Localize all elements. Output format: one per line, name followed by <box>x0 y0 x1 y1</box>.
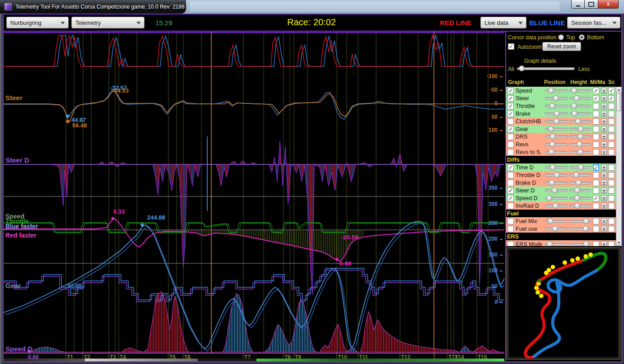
height-slider[interactable] <box>569 87 591 94</box>
scale-checkbox[interactable] <box>608 141 615 148</box>
position-slider[interactable] <box>545 195 568 201</box>
slider-thumb[interactable] <box>554 172 560 178</box>
slider-thumb[interactable] <box>554 111 560 117</box>
graph-enable-checkbox[interactable]: ✓ <box>508 95 514 102</box>
graph-enable-checkbox[interactable] <box>508 226 514 232</box>
minmax-checkbox[interactable] <box>593 172 599 178</box>
height-slider[interactable] <box>569 225 591 232</box>
graph-enable-checkbox[interactable]: ✓ <box>508 164 514 171</box>
plusminus-button[interactable]: ± <box>601 187 607 194</box>
minmax-checkbox[interactable] <box>593 203 599 209</box>
position-slider[interactable] <box>545 110 568 117</box>
scale-checkbox[interactable] <box>608 134 615 140</box>
height-slider[interactable] <box>569 95 591 102</box>
slider-thumb[interactable] <box>578 126 584 132</box>
position-slider[interactable] <box>545 149 568 155</box>
slider-thumb[interactable] <box>549 180 555 186</box>
slider-thumb[interactable] <box>577 134 583 140</box>
plusminus-button[interactable]: ± <box>601 103 607 109</box>
plusminus-button[interactable]: ± <box>601 134 607 140</box>
slider-thumb[interactable] <box>572 111 577 117</box>
slider-thumb[interactable] <box>583 218 589 224</box>
graph-enable-checkbox[interactable] <box>508 203 514 209</box>
plusminus-button[interactable]: ± <box>601 118 607 125</box>
scale-checkbox[interactable] <box>608 195 615 201</box>
slider-thumb[interactable] <box>550 134 556 140</box>
plusminus-button[interactable]: ± <box>601 149 607 155</box>
minmax-checkbox[interactable] <box>593 180 599 186</box>
cursor-position-bottom-radio[interactable] <box>579 34 585 40</box>
position-slider[interactable] <box>545 164 568 171</box>
cursor-position-top-radio[interactable] <box>558 34 564 40</box>
graph-enable-checkbox[interactable]: ✓ <box>508 187 514 194</box>
telemetry-chart-area[interactable]: T1T2T3T4T5T6T7T8T9T10T11T12T13T14T15 Ste… <box>4 32 504 361</box>
slider-thumb[interactable] <box>573 172 579 178</box>
graph-enable-checkbox[interactable]: ✓ <box>508 195 514 201</box>
minmax-checkbox[interactable] <box>593 126 599 132</box>
mode-select[interactable]: Telemetry <box>71 17 144 28</box>
graph-list-scrollbar[interactable]: ▲ ▼ <box>616 87 622 246</box>
graph-enable-checkbox[interactable]: ✓ <box>508 126 514 132</box>
slider-thumb[interactable] <box>553 95 559 101</box>
plusminus-button[interactable]: ± <box>601 241 607 247</box>
plusminus-button[interactable]: ± <box>601 126 607 132</box>
position-slider[interactable] <box>545 225 568 232</box>
slider-thumb[interactable] <box>548 126 554 132</box>
height-slider[interactable] <box>569 126 591 132</box>
height-slider[interactable] <box>569 241 591 246</box>
minmax-checkbox[interactable] <box>593 141 599 148</box>
minmax-checkbox[interactable] <box>593 103 599 109</box>
scale-checkbox[interactable] <box>608 164 615 171</box>
graph-enable-checkbox[interactable] <box>508 218 514 224</box>
minmax-checkbox[interactable] <box>593 118 599 125</box>
slider-thumb[interactable] <box>577 149 583 155</box>
plusminus-button[interactable]: ± <box>601 88 607 94</box>
height-slider[interactable] <box>569 118 591 125</box>
minmax-checkbox[interactable]: ✓ <box>593 88 599 94</box>
graph-enable-checkbox[interactable]: ✓ <box>508 111 514 117</box>
minmax-checkbox[interactable] <box>593 187 599 194</box>
height-slider[interactable] <box>569 110 591 117</box>
position-slider[interactable] <box>545 133 568 140</box>
graph-enable-checkbox[interactable] <box>508 141 514 148</box>
slider-thumb[interactable] <box>574 187 580 193</box>
slider-thumb[interactable] <box>549 141 555 147</box>
minmax-checkbox[interactable]: ✓ <box>593 195 599 201</box>
close-button[interactable]: x <box>598 0 619 9</box>
plusminus-button[interactable]: ± <box>601 95 607 102</box>
plusminus-button[interactable]: ± <box>601 141 607 148</box>
slider-thumb[interactable] <box>553 203 559 209</box>
graph-enable-checkbox[interactable]: ✓ <box>508 88 514 94</box>
graph-enable-checkbox[interactable] <box>508 118 514 125</box>
slider-thumb[interactable] <box>548 218 554 224</box>
height-slider[interactable] <box>569 149 591 155</box>
graph-enable-checkbox[interactable] <box>508 172 514 178</box>
slider-thumb[interactable] <box>552 187 558 193</box>
graph-enable-checkbox[interactable] <box>508 180 514 186</box>
blue-source-select[interactable]: Session fas... <box>567 17 620 28</box>
minmax-checkbox[interactable]: ✓ <box>593 164 599 171</box>
height-slider[interactable] <box>569 187 591 194</box>
scale-checkbox[interactable]: ✓ <box>608 88 615 94</box>
scrollbar-thumb[interactable] <box>616 93 621 111</box>
slider-thumb[interactable] <box>574 203 580 209</box>
position-slider[interactable] <box>545 179 568 186</box>
plusminus-button[interactable]: ± <box>601 172 607 178</box>
slider-thumb[interactable] <box>574 195 580 201</box>
minimize-button[interactable] <box>571 0 585 9</box>
scale-checkbox[interactable] <box>608 118 615 125</box>
graph-enable-checkbox[interactable] <box>508 149 514 155</box>
position-slider[interactable] <box>545 87 568 94</box>
scale-checkbox[interactable]: ✓ <box>608 95 615 102</box>
height-slider[interactable] <box>569 141 591 148</box>
position-slider[interactable] <box>545 126 568 132</box>
height-slider[interactable] <box>569 133 591 140</box>
slider-thumb[interactable] <box>549 149 554 155</box>
minmax-checkbox[interactable]: ✓ <box>593 95 599 102</box>
scale-checkbox[interactable] <box>608 241 615 247</box>
slider-thumb[interactable] <box>550 164 556 170</box>
slider-thumb[interactable] <box>552 226 558 232</box>
height-slider[interactable] <box>569 172 591 178</box>
plusminus-button[interactable]: ± <box>601 218 607 224</box>
position-slider[interactable] <box>545 202 568 209</box>
